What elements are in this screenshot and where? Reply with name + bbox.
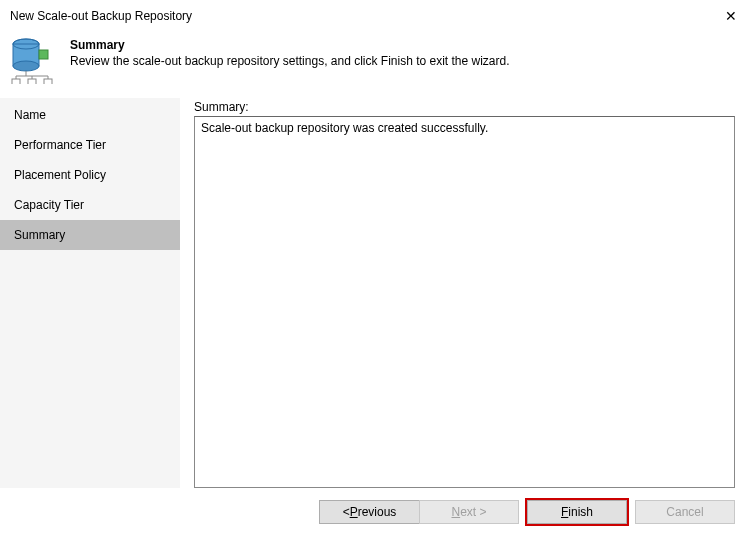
close-icon[interactable]: ✕ xyxy=(719,8,743,24)
repository-icon xyxy=(10,36,58,84)
next-button: Next > xyxy=(419,500,519,524)
svg-rect-10 xyxy=(12,79,20,84)
summary-textbox[interactable]: Scale-out backup repository was created … xyxy=(194,116,735,488)
summary-text: Scale-out backup repository was created … xyxy=(201,121,488,135)
svg-rect-4 xyxy=(39,50,48,59)
sidebar-item-capacity-tier[interactable]: Capacity Tier xyxy=(0,190,180,220)
main-panel: Summary: Scale-out backup repository was… xyxy=(180,98,753,488)
cancel-button: Cancel xyxy=(635,500,735,524)
titlebar: New Scale-out Backup Repository ✕ xyxy=(0,0,753,30)
window-title: New Scale-out Backup Repository xyxy=(10,9,192,23)
wizard-footer: < Previous Next > Finish Cancel xyxy=(0,488,753,536)
svg-rect-12 xyxy=(44,79,52,84)
wizard-header: Summary Review the scale-out backup repo… xyxy=(0,30,753,98)
svg-rect-11 xyxy=(28,79,36,84)
wizard-content: Name Performance Tier Placement Policy C… xyxy=(0,98,753,488)
sidebar-item-placement-policy[interactable]: Placement Policy xyxy=(0,160,180,190)
summary-label: Summary: xyxy=(194,100,735,114)
header-subtitle: Review the scale-out backup repository s… xyxy=(70,54,510,68)
sidebar-item-summary[interactable]: Summary xyxy=(0,220,180,250)
svg-point-2 xyxy=(13,61,39,71)
sidebar-item-name[interactable]: Name xyxy=(0,100,180,130)
nav-button-group: < Previous Next > xyxy=(319,500,519,524)
header-title: Summary xyxy=(70,38,510,52)
wizard-steps-sidebar: Name Performance Tier Placement Policy C… xyxy=(0,98,180,488)
header-text: Summary Review the scale-out backup repo… xyxy=(70,36,510,68)
sidebar-item-performance-tier[interactable]: Performance Tier xyxy=(0,130,180,160)
finish-button[interactable]: Finish xyxy=(527,500,627,524)
previous-button[interactable]: < Previous xyxy=(319,500,419,524)
